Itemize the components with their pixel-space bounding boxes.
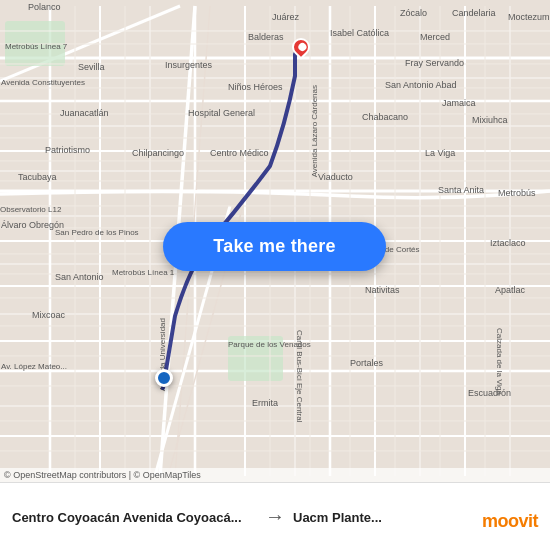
destination-label: Uacm Plante... <box>293 510 382 525</box>
pin-shape <box>288 34 313 59</box>
arrow-icon: → <box>265 505 285 528</box>
route-origin: Centro Coyoacán Avenida Coyoacá... <box>12 508 257 526</box>
origin-label: Centro Coyoacán Avenida Coyoacá... <box>12 510 242 525</box>
bottom-bar: Centro Coyoacán Avenida Coyoacá... → Uac… <box>0 482 550 550</box>
app-container: Polanco Juárez Zócalo Candelaria Moctezu… <box>0 0 550 550</box>
button-label: Take me there <box>213 236 335 257</box>
svg-rect-34 <box>228 336 283 381</box>
destination-marker <box>292 38 310 56</box>
map-area: Polanco Juárez Zócalo Candelaria Moctezu… <box>0 0 550 482</box>
pin-dot <box>297 41 308 52</box>
take-me-there-button[interactable]: Take me there <box>163 222 386 271</box>
moovit-logo: moovit <box>482 511 538 532</box>
map-attribution: © OpenStreetMap contributors | © OpenMap… <box>0 468 550 482</box>
origin-marker <box>155 369 173 387</box>
